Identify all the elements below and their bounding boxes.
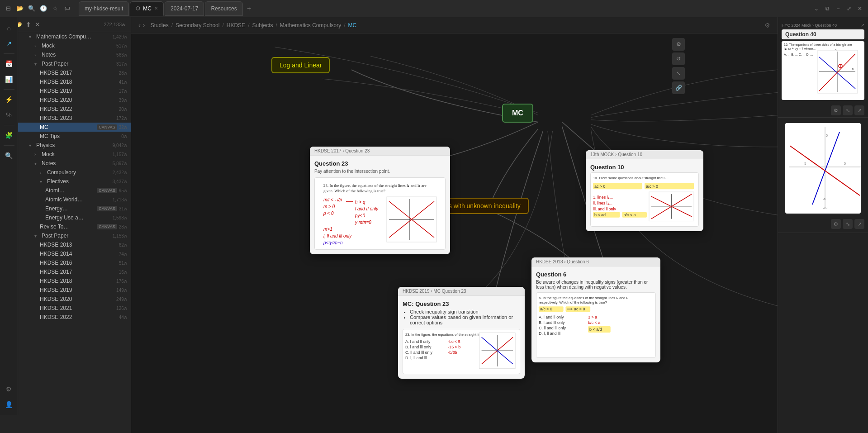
canvas-link-icon[interactable]: 🔗: [672, 81, 685, 94]
sidebar-item-phys-hkdse2014[interactable]: HKDSE 2014 74w: [18, 249, 131, 258]
search-icon[interactable]: 🔍: [27, 4, 36, 13]
svg-text:l and II only: l and II only: [355, 206, 379, 211]
sidebar-item-mock[interactable]: › Mock 517w: [18, 41, 131, 50]
minimize-icon[interactable]: −: [834, 4, 843, 13]
rp-graph-link-icon[interactable]: ↗: [854, 219, 864, 229]
breadcrumb-math-comp[interactable]: Mathematics Compulsory: [280, 22, 341, 29]
canvas-settings-icon[interactable]: ⚙: [672, 38, 685, 51]
rp-graph-zoom-icon[interactable]: ⤡: [843, 219, 853, 229]
breadcrumb-settings-icon[interactable]: ⚙: [764, 22, 770, 29]
card-q10[interactable]: 13th MOCK › Question 10 Question 10 10. …: [586, 150, 703, 231]
sidebar-item-phys-hkdse2022[interactable]: HKDSE 2022 44w: [18, 313, 131, 322]
sidebar-item-revise-to[interactable]: Revise To… CANVAS 28w: [18, 222, 131, 231]
sidebar-item-phys-hkdse2019[interactable]: HKDSE 2019 149w: [18, 285, 131, 295]
sidebar-item-phys-hkdse2017[interactable]: HKDSE 2017 16w: [18, 267, 131, 276]
card-mc-q23[interactable]: HKDSE 2019 › MC Question 23 MC: Question…: [398, 287, 525, 379]
sidebar-item-phys-hkdse2018[interactable]: HKDSE 2018 176w: [18, 276, 131, 285]
sidebar-item-math-comp[interactable]: ▾ Mathematics Compu… 1,429w: [18, 32, 131, 41]
right-panel-link-icon[interactable]: ↗: [861, 23, 864, 28]
ltb-graph-icon[interactable]: ↗: [2, 36, 16, 51]
tab-resources[interactable]: Resources: [205, 1, 242, 16]
sidebar-item-notes[interactable]: › Notes 563w: [18, 50, 131, 59]
canvas-area[interactable]: MC Log and Linear Graphs with unknown in…: [131, 33, 778, 433]
breadcrumb-subjects[interactable]: Subjects: [252, 22, 273, 29]
breadcrumb-hkdse[interactable]: HKDSE: [227, 22, 245, 29]
ltb-home-icon[interactable]: ⌂: [2, 21, 16, 35]
ltb-chart-icon[interactable]: 📊: [2, 72, 16, 86]
sidebar-item-atomi[interactable]: Atomi… CANVAS 95w: [18, 186, 131, 195]
sidebar-item-electives-label: Electives: [47, 178, 111, 185]
sidebar-item-phys-hkdse2020[interactable]: HKDSE 2020 249w: [18, 295, 131, 304]
sidebar-item-phys-hkdse2021[interactable]: HKDSE 2021 126w: [18, 304, 131, 313]
svg-text:-5: -5: [823, 197, 825, 200]
maximize-icon[interactable]: ⤢: [844, 4, 854, 13]
canvas-zoom-fit-icon[interactable]: ⤡: [672, 67, 685, 80]
ltb-lightning-icon[interactable]: ⚡: [2, 92, 16, 107]
split-view-icon[interactable]: ⧉: [823, 4, 832, 13]
close-sidebar-icon[interactable]: ✕: [35, 21, 40, 28]
right-panel-q40[interactable]: HYC 2024 Mock › Question 40 ↗ Question 4…: [778, 17, 868, 118]
tab-my-hkdse[interactable]: my-hkdse-result: [79, 1, 129, 16]
sidebar-item-hkdse2018[interactable]: HKDSE 2018 41w: [18, 77, 131, 86]
sidebar-item-hkdse2017[interactable]: HKDSE 2017 28w: [18, 68, 131, 77]
rp-q40-link-icon[interactable]: ↗: [854, 105, 864, 115]
ltb-search-icon[interactable]: 🔍: [2, 148, 16, 163]
dropdown-arrow-icon[interactable]: ⌄: [812, 4, 821, 13]
history-icon[interactable]: 🕐: [39, 4, 48, 13]
sidebar-item-phys-hkdse2016[interactable]: HKDSE 2016 51w: [18, 258, 131, 267]
sidebar-item-hkdse2020[interactable]: HKDSE 2020 39w: [18, 95, 131, 105]
breadcrumb-secondary-school[interactable]: Secondary School: [175, 22, 219, 29]
log-linear-node[interactable]: Log and Linear: [271, 57, 330, 73]
sidebar-item-physics-past-paper-count: 1,153w: [113, 233, 127, 238]
ltb-calendar-icon[interactable]: 📅: [2, 57, 16, 71]
sidebar-toggle-icon[interactable]: ⊟: [4, 4, 13, 13]
tab-my-hkdse-label: my-hkdse-result: [85, 5, 123, 12]
card-q6[interactable]: HKDSE 2018 › Question 6 Question 6 Be aw…: [531, 257, 660, 362]
sidebar-item-physics-past-paper[interactable]: ▾ Past Paper 1,153w: [18, 231, 131, 240]
breadcrumb-sep5: /: [344, 22, 345, 29]
sidebar-item-hkdse2019[interactable]: HKDSE 2019 17w: [18, 86, 131, 95]
sidebar-item-energy[interactable]: Energy… CANVAS 31w: [18, 204, 131, 213]
breadcrumb-studies[interactable]: Studies: [151, 22, 169, 29]
new-tab-button[interactable]: +: [244, 3, 255, 14]
tab-mc-close-icon[interactable]: ✕: [154, 6, 158, 11]
right-panel-q40-tools: ⚙ ⤡ ↗: [778, 104, 868, 117]
close-window-icon[interactable]: ✕: [855, 4, 864, 13]
sidebar-item-past-paper[interactable]: ▾ Past Paper 317w: [18, 59, 131, 68]
rp-q40-settings-icon[interactable]: ⚙: [831, 105, 841, 115]
rp-q40-zoom-icon[interactable]: ⤡: [843, 105, 853, 115]
sidebar-item-hkdse2023[interactable]: HKDSE 2023 172w: [18, 114, 131, 123]
sidebar-item-physics-mock[interactable]: › Mock 1,157w: [18, 150, 131, 159]
sidebar-item-energy-use[interactable]: Energy Use a… 1,598w: [18, 213, 131, 222]
rp-graph-settings-icon[interactable]: ⚙: [831, 219, 841, 229]
canvas-rotate-icon[interactable]: ↺: [672, 52, 685, 65]
sidebar-item-mc-canvas[interactable]: MC CANVAS 32w: [18, 123, 131, 132]
ltb-settings-icon[interactable]: ⚙: [2, 382, 16, 396]
q10-handwriting-svg: 10. From some questions about straight l…: [591, 174, 698, 226]
sidebar-item-phys-hkdse2013[interactable]: HKDSE 2013 62w: [18, 240, 131, 249]
sidebar-item-physics[interactable]: ▾ Physics 9,042w: [18, 141, 131, 150]
sidebar-item-electives[interactable]: ▾ Electives 3,437w: [18, 177, 131, 186]
nav-forward-icon[interactable]: ›: [142, 21, 145, 29]
tab-date[interactable]: 2024-07-17: [165, 1, 204, 16]
sidebar-item-physics-notes[interactable]: ▾ Notes 5,897w: [18, 159, 131, 168]
svg-text:a/c > 0: a/c > 0: [540, 307, 552, 311]
sidebar-item-mc-tips[interactable]: MC Tips 0w: [18, 132, 131, 141]
export-icon[interactable]: ⬆: [26, 21, 31, 28]
ltb-puzzle-icon[interactable]: 🧩: [2, 128, 16, 143]
mc-central-node[interactable]: MC: [502, 104, 533, 123]
svg-text:l, ll and lll only: l, ll and lll only: [323, 233, 352, 238]
tag-icon[interactable]: 🏷: [62, 4, 71, 13]
sidebar-item-hkdse2022[interactable]: HKDSE 2022 20w: [18, 105, 131, 114]
sidebar-item-compulsory[interactable]: › Compulsory 2,432w: [18, 168, 131, 177]
folder-icon[interactable]: 📂: [15, 4, 24, 13]
ltb-person-icon[interactable]: 👤: [2, 397, 16, 412]
tab-mc[interactable]: ⬡ MC ✕: [130, 1, 164, 16]
svg-text:b < a/d
              
       : b < a/d b < c/a b/c < a ⟹ CORRECT!: [589, 327, 602, 331]
nav-back-icon[interactable]: ‹: [138, 21, 141, 29]
card-q23[interactable]: HKDSE 2017 › Question 23 Question 23 Pay…: [310, 147, 450, 254]
bookmark-icon[interactable]: ☆: [51, 4, 60, 13]
sidebar-item-atomic-world[interactable]: Atomic World… 1,713w: [18, 195, 131, 204]
svg-text:p < 0: p < 0: [323, 211, 334, 216]
ltb-percent-icon[interactable]: %: [2, 108, 16, 122]
